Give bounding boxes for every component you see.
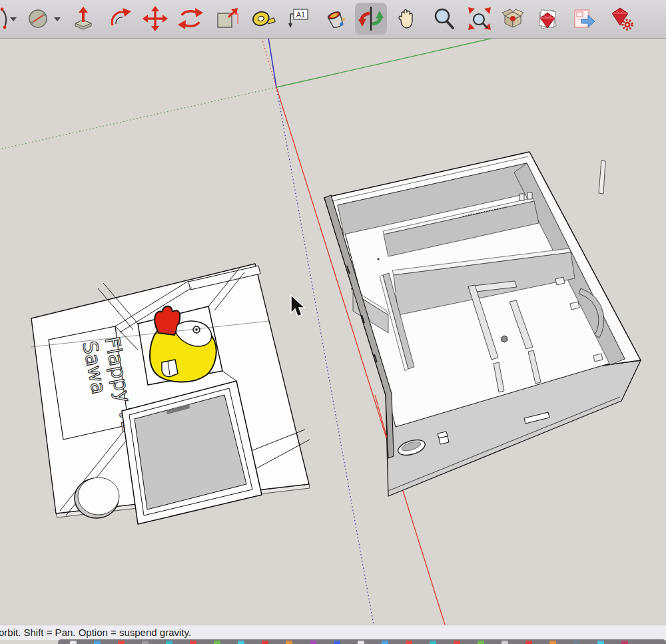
- model-viewport: Flappy v2 Sawa: [0, 38, 666, 625]
- dock-icon[interactable]: [382, 641, 388, 644]
- arc-tool-button[interactable]: [0, 5, 9, 32]
- circle-tool-button[interactable]: [25, 5, 51, 32]
- screw-boss: [501, 336, 507, 342]
- viewport-canvas[interactable]: Flappy v2 Sawa: [0, 38, 666, 625]
- get-models-tool-button[interactable]: [500, 5, 526, 32]
- push-pull-tool-button[interactable]: [70, 5, 97, 32]
- dock-icon[interactable]: [238, 641, 244, 644]
- dock-icon[interactable]: [501, 641, 508, 644]
- lid-panel-group[interactable]: Flappy v2 Sawa: [31, 264, 310, 524]
- dock-icon[interactable]: [621, 641, 628, 644]
- move-tool-button[interactable]: [142, 5, 168, 32]
- dock-icon[interactable]: [430, 641, 436, 644]
- warehouse-box-icon: [500, 5, 526, 32]
- zoom-magnifier-icon: [431, 5, 458, 32]
- dock-icon[interactable]: [166, 641, 172, 644]
- blue-axis-dotted: [276, 87, 374, 625]
- enclosure-box-group[interactable]: [324, 152, 641, 496]
- ruby-gear-icon: [608, 5, 635, 32]
- mouse-cursor: [291, 295, 305, 316]
- dock-icon[interactable]: [118, 641, 125, 644]
- dock-icon[interactable]: [573, 641, 580, 644]
- pan-hand-icon: [393, 5, 420, 32]
- move-icon: [142, 5, 168, 32]
- extension-warehouse-tool-button[interactable]: [534, 5, 561, 32]
- green-axis-solid: [276, 38, 494, 87]
- paint-bucket-icon: [322, 5, 348, 32]
- floor-pilot-hole: [377, 258, 379, 260]
- red-axis-overlay: [375, 395, 387, 438]
- circle-dropdown-caret[interactable]: [54, 17, 61, 21]
- zoom-extents-icon: [466, 5, 493, 32]
- dimension-a1-icon: A1: [285, 5, 312, 32]
- dock-icon[interactable]: [94, 641, 101, 644]
- tape-measure-icon: [250, 5, 276, 32]
- scale-icon: [213, 5, 240, 32]
- toolbar: A1: [0, 0, 666, 39]
- zoom-tool-button[interactable]: [431, 5, 458, 32]
- dock-icon[interactable]: [358, 641, 364, 644]
- dock-icon[interactable]: [549, 641, 556, 644]
- back-post: [599, 161, 605, 194]
- dock-icon[interactable]: [525, 641, 532, 644]
- dock-icon[interactable]: [286, 641, 292, 644]
- dimension-tool-button[interactable]: A1: [285, 5, 312, 32]
- ruby-pages-icon: [534, 5, 561, 32]
- blue-axis-solid: [268, 38, 276, 87]
- speaker-hole: [75, 478, 119, 518]
- dock-icon[interactable]: [334, 641, 340, 644]
- sketchup-window: A1: [0, 0, 666, 644]
- orbit-icon: [355, 3, 387, 35]
- green-axis-dotted: [0, 87, 276, 149]
- dock-icon[interactable]: [214, 641, 220, 644]
- dock-icon[interactable]: [310, 641, 316, 644]
- tape-measure-tool-button[interactable]: [250, 5, 276, 32]
- rotate-tool-button[interactable]: [177, 5, 204, 32]
- zoom-extents-tool-button[interactable]: [466, 5, 493, 32]
- dock-icon[interactable]: [454, 641, 460, 644]
- extension-manager-tool-button[interactable]: [608, 5, 635, 32]
- macos-dock[interactable]: [58, 639, 666, 644]
- svg-text:A1: A1: [296, 11, 305, 19]
- circle-icon: [25, 5, 51, 32]
- follow-me-icon: [107, 5, 133, 32]
- dock-icon[interactable]: [406, 641, 412, 644]
- arc-dropdown-caret[interactable]: [10, 17, 17, 21]
- dock-icon[interactable]: [142, 641, 149, 644]
- dock-icon[interactable]: [597, 641, 604, 644]
- follow-me-tool-button[interactable]: [107, 5, 133, 32]
- scale-tool-button[interactable]: [213, 5, 240, 32]
- orbit-tool-button[interactable]: [355, 3, 387, 35]
- dock-icon[interactable]: [70, 641, 77, 644]
- dock-icon[interactable]: [190, 641, 196, 644]
- push-pull-icon: [70, 5, 97, 32]
- dock-icon[interactable]: [262, 641, 268, 644]
- paint-bucket-tool-button[interactable]: [322, 5, 348, 32]
- pan-tool-button[interactable]: [393, 5, 420, 32]
- dock-icon[interactable]: [478, 641, 484, 644]
- status-bar: orbit. Shift = Pan. Option = suspend gra…: [0, 625, 666, 640]
- status-text: orbit. Shift = Pan. Option = suspend gra…: [0, 627, 191, 638]
- send-to-layout-tool-button[interactable]: [570, 5, 597, 32]
- rotate-icon: [177, 5, 204, 32]
- layout-export-icon: [570, 5, 597, 32]
- arc-icon: [0, 5, 9, 32]
